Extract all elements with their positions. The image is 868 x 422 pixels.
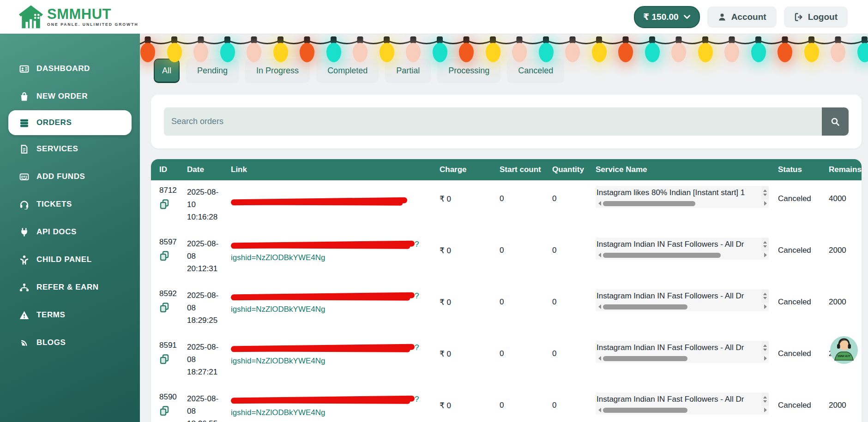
search-button[interactable] bbox=[822, 107, 849, 136]
order-id: 8590 bbox=[159, 392, 177, 402]
copy-icon[interactable] bbox=[159, 302, 169, 313]
column-header-date: Date bbox=[187, 165, 231, 174]
column-header-start-count: Start count bbox=[500, 165, 552, 174]
sidebar-item-child-panel[interactable]: CHILD PANEL bbox=[0, 246, 140, 273]
logout-button[interactable]: Logout bbox=[784, 6, 848, 28]
order-remains: 2000 bbox=[829, 387, 862, 422]
order-status: Canceled bbox=[778, 335, 829, 387]
order-status: Canceled bbox=[778, 284, 829, 335]
service-vertical-scroll[interactable] bbox=[761, 393, 769, 406]
service-vertical-scroll[interactable] bbox=[761, 238, 769, 251]
scroll-left-arrow[interactable] bbox=[598, 408, 601, 412]
search-input[interactable] bbox=[164, 107, 822, 136]
service-name-box[interactable]: Instagram Indian IN Fast Followers - All… bbox=[596, 289, 769, 311]
service-vertical-scroll[interactable] bbox=[761, 290, 769, 303]
sidebar-item-new-order[interactable]: NEW ORDER bbox=[0, 83, 140, 110]
order-link[interactable]: ? igshid=NzZlODBkYWE4Ng bbox=[231, 387, 440, 422]
order-date: 2025-08-08 18:29:25 bbox=[187, 289, 220, 327]
scroll-right-arrow[interactable] bbox=[764, 201, 767, 206]
service-horizontal-scrollbar[interactable] bbox=[596, 200, 769, 208]
service-name-box[interactable]: Instagram Indian IN Fast Followers - All… bbox=[596, 341, 769, 363]
copy-icon[interactable] bbox=[159, 405, 169, 416]
table-row: 8712 2025-08-10 10:16:28 ₹ 0 0 0 Instagr… bbox=[151, 180, 862, 232]
order-status: Canceled bbox=[778, 387, 829, 422]
tab-all[interactable]: All bbox=[154, 59, 180, 83]
service-horizontal-scrollbar[interactable] bbox=[596, 251, 769, 260]
sidebar-item-add-funds[interactable]: payADD FUNDS bbox=[0, 163, 140, 190]
redaction-marker bbox=[231, 292, 415, 301]
order-link[interactable] bbox=[231, 180, 440, 232]
service-vertical-scroll[interactable] bbox=[761, 341, 769, 354]
service-horizontal-scrollbar[interactable] bbox=[596, 303, 769, 311]
service-name-box[interactable]: Instagram Indian IN Fast Followers - All… bbox=[596, 392, 769, 415]
order-start-count: 0 bbox=[500, 232, 552, 284]
account-button[interactable]: Account bbox=[707, 6, 777, 28]
tab-processing[interactable]: Processing bbox=[437, 59, 500, 83]
scrollbar-thumb[interactable] bbox=[603, 408, 687, 413]
order-id: 8597 bbox=[159, 238, 177, 247]
order-id: 8592 bbox=[159, 289, 177, 298]
sidebar-item-label: TICKETS bbox=[36, 200, 72, 209]
tab-canceled[interactable]: Canceled bbox=[507, 59, 564, 83]
copy-icon[interactable] bbox=[159, 199, 169, 210]
sidebar-item-tickets[interactable]: TICKETS bbox=[0, 190, 140, 218]
sidebar-item-api-docs[interactable]: API DOCS bbox=[0, 218, 140, 246]
plug-icon bbox=[19, 227, 29, 237]
scroll-left-arrow[interactable] bbox=[598, 356, 601, 361]
account-label: Account bbox=[731, 12, 766, 22]
top-header: SMMHUT ONE PANLE. UNLIMITED GROWTH ₹ 150… bbox=[0, 0, 868, 34]
scroll-left-arrow[interactable] bbox=[598, 253, 601, 257]
service-horizontal-scrollbar[interactable] bbox=[596, 406, 769, 415]
balance-dropdown[interactable]: ₹ 150.00 bbox=[634, 6, 700, 28]
order-quantity: 0 bbox=[552, 284, 596, 335]
order-quantity: 0 bbox=[552, 335, 596, 387]
scrollbar-thumb[interactable] bbox=[603, 201, 695, 206]
brand-logo[interactable]: SMMHUT ONE PANLE. UNLIMITED GROWTH bbox=[18, 4, 139, 30]
tab-partial[interactable]: Partial bbox=[385, 59, 431, 83]
order-link[interactable]: ? igshid=NzZlODBkYWE4Ng bbox=[231, 284, 440, 335]
tab-completed[interactable]: Completed bbox=[316, 59, 379, 83]
order-date: 2025-08-08 18:26:55 bbox=[187, 392, 220, 422]
scroll-right-arrow[interactable] bbox=[764, 253, 767, 257]
order-date: 2025-08-08 18:27:21 bbox=[187, 341, 220, 378]
sidebar-item-refer-earn[interactable]: REFER & EARN bbox=[0, 273, 140, 301]
tab-pending[interactable]: Pending bbox=[186, 59, 239, 83]
copy-icon[interactable] bbox=[159, 250, 169, 262]
scroll-right-arrow[interactable] bbox=[764, 304, 767, 309]
service-name-box[interactable]: Instagram likes 80% Indian [Instant star… bbox=[596, 186, 769, 208]
sidebar-item-dashboard[interactable]: DASHBOARD bbox=[0, 55, 140, 83]
scrollbar-thumb[interactable] bbox=[603, 356, 687, 361]
main-content: AllPendingIn ProgressCompletedPartialPro… bbox=[140, 34, 868, 422]
sidebar-item-label: NEW ORDER bbox=[36, 92, 88, 101]
order-link[interactable]: ? igshid=NzZlODBkYWE4Ng bbox=[231, 232, 440, 284]
sidebar-item-services[interactable]: SERVICES bbox=[0, 135, 140, 163]
sidebar-item-blogs[interactable]: BLOGS bbox=[0, 329, 140, 357]
order-remains: 4000 bbox=[829, 180, 862, 232]
service-horizontal-scrollbar[interactable] bbox=[596, 355, 769, 363]
house-logo-icon bbox=[18, 4, 44, 30]
sidebar-item-orders[interactable]: ORDERS bbox=[8, 110, 132, 135]
blog-icon bbox=[19, 338, 29, 348]
support-chat-avatar[interactable]: SMM HUT bbox=[829, 335, 859, 365]
scroll-left-arrow[interactable] bbox=[598, 304, 601, 309]
service-vertical-scroll[interactable] bbox=[761, 186, 769, 199]
service-name-box[interactable]: Instagram Indian IN Fast Followers - All… bbox=[596, 238, 769, 260]
scrollbar-thumb[interactable] bbox=[603, 253, 721, 258]
scroll-right-arrow[interactable] bbox=[764, 408, 767, 412]
copy-icon[interactable] bbox=[159, 354, 169, 365]
order-start-count: 0 bbox=[500, 387, 552, 422]
redaction-marker bbox=[231, 396, 415, 404]
sidebar-item-label: ORDERS bbox=[36, 118, 72, 127]
scroll-right-arrow[interactable] bbox=[764, 356, 767, 361]
svg-text:pay: pay bbox=[21, 175, 28, 178]
table-row: 8592 2025-08-08 18:29:25 ? igshid=NzZlOD… bbox=[151, 284, 862, 335]
order-status-tabs: AllPendingIn ProgressCompletedPartialPro… bbox=[154, 59, 564, 83]
order-link[interactable]: ? igshid=NzZlODBkYWE4Ng bbox=[231, 335, 440, 387]
redaction-marker bbox=[231, 197, 407, 206]
tab-in-progress[interactable]: In Progress bbox=[245, 59, 310, 83]
order-start-count: 0 bbox=[500, 284, 552, 335]
table-header-row: IDDateLinkChargeStart countQuantityServi… bbox=[151, 159, 862, 180]
scroll-left-arrow[interactable] bbox=[598, 201, 601, 206]
sidebar-item-terms[interactable]: TERMS bbox=[0, 301, 140, 329]
scrollbar-thumb[interactable] bbox=[603, 304, 687, 309]
